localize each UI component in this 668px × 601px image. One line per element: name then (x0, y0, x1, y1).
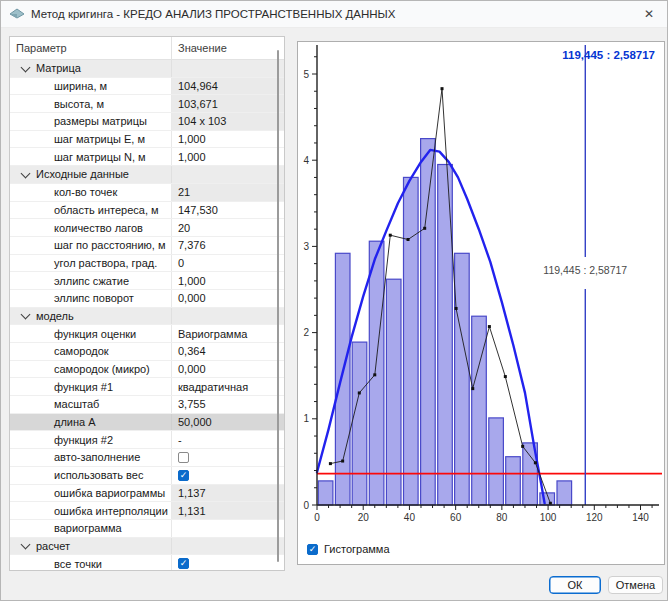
experimental-variogram-point (488, 325, 491, 328)
param-value[interactable]: 104,964 (171, 78, 284, 95)
checkbox-checked-icon[interactable]: ✓ (178, 558, 189, 569)
table-row[interactable]: все точки✓ (10, 555, 284, 571)
param-value (171, 166, 284, 183)
histogram-bar (335, 253, 350, 505)
chevron-down-icon[interactable] (21, 169, 31, 179)
param-label: ширина, м (10, 78, 171, 95)
param-label: высота, м (10, 95, 171, 112)
table-row[interactable]: шаг матрицы N, м1,000 (10, 148, 284, 166)
x-tick-label: 80 (496, 512, 508, 523)
close-icon[interactable]: ✕ (631, 1, 667, 26)
param-value[interactable]: 0,000 (171, 290, 284, 307)
param-value[interactable]: 20 (171, 219, 284, 236)
param-value[interactable]: квадратичная (171, 378, 284, 395)
table-row[interactable]: расчет (10, 538, 284, 556)
table-row[interactable]: кол-во точек21 (10, 184, 284, 202)
checkbox-unchecked-icon[interactable] (178, 452, 189, 463)
table-row[interactable]: масштаб3,755 (10, 396, 284, 414)
chevron-down-icon[interactable] (21, 310, 31, 320)
y-tick-label: 4 (303, 155, 309, 166)
x-tick-label: 100 (540, 512, 557, 523)
param-value[interactable]: 7,376 (171, 237, 284, 254)
table-row[interactable]: авто-заполнение (10, 449, 284, 467)
param-value[interactable]: ✓ (171, 555, 284, 571)
chevron-down-icon[interactable] (21, 62, 31, 72)
variogram-chart[interactable]: 119,445 : 2,58717119,445 : 2,58717012345… (298, 42, 664, 537)
histogram-bar (386, 279, 401, 505)
table-row[interactable]: функция #2- (10, 431, 284, 449)
param-label: модель (10, 308, 171, 325)
param-label: функция #2 (10, 431, 171, 448)
table-row[interactable]: самородок0,364 (10, 343, 284, 361)
table-row[interactable]: область интереса, м147,530 (10, 202, 284, 220)
x-tick-label: 20 (358, 512, 370, 523)
table-row[interactable]: самородок (микро)0,000 (10, 361, 284, 379)
param-value[interactable]: 1,000 (171, 148, 284, 165)
experimental-variogram-point (441, 87, 444, 90)
table-row[interactable]: длина A50,000 (10, 414, 284, 432)
param-label: Матрица (10, 60, 171, 77)
table-row[interactable]: ошибка вариограммы1,137 (10, 485, 284, 503)
table-row[interactable]: эллипс сжатие1,000 (10, 272, 284, 290)
y-tick-label: 5 (303, 69, 309, 80)
table-row[interactable]: шаг матрицы E, м1,000 (10, 131, 284, 149)
param-value[interactable]: 103,671 (171, 95, 284, 112)
y-tick-label: 3 (303, 241, 309, 252)
chevron-down-icon[interactable] (21, 540, 31, 550)
param-value[interactable]: 0 (171, 255, 284, 272)
table-row[interactable]: ошибка интерполяции1,131 (10, 502, 284, 520)
checkbox-checked-icon[interactable]: ✓ (178, 470, 189, 481)
experimental-variogram-point (521, 445, 524, 448)
param-label: функция #1 (10, 378, 171, 395)
histogram-bar (455, 253, 470, 505)
cancel-button[interactable]: Отмена (608, 576, 663, 594)
param-label: самородок (микро) (10, 361, 171, 378)
param-value[interactable]: 1,000 (171, 131, 284, 148)
table-row[interactable]: использовать вес✓ (10, 467, 284, 485)
param-value[interactable]: 1,137 (171, 485, 284, 502)
param-label: масштаб (10, 396, 171, 413)
histogram-checkbox[interactable]: ✓ (307, 544, 318, 555)
param-value[interactable]: 1,000 (171, 272, 284, 289)
table-row[interactable]: функция #1квадратичная (10, 378, 284, 396)
table-row[interactable]: эллипс поворот0,000 (10, 290, 284, 308)
table-row[interactable]: вариограмма (10, 520, 284, 538)
table-row[interactable]: угол раствора, град.0 (10, 255, 284, 273)
table-row[interactable]: Исходные данные (10, 166, 284, 184)
param-label: расчет (10, 538, 171, 555)
histogram-bar (318, 481, 333, 505)
x-tick-label: 0 (314, 512, 320, 523)
table-scrollbar[interactable] (277, 50, 279, 562)
table-row[interactable]: количество лагов20 (10, 219, 284, 237)
param-label: длина A (10, 414, 171, 431)
x-tick-label: 40 (404, 512, 416, 523)
param-value[interactable] (171, 449, 284, 466)
param-value[interactable]: 21 (171, 184, 284, 201)
param-value[interactable]: 104 x 103 (171, 113, 284, 130)
param-value[interactable]: 0,000 (171, 361, 284, 378)
param-value[interactable]: 147,530 (171, 202, 284, 219)
param-value[interactable]: ✓ (171, 467, 284, 484)
param-value[interactable]: 0,364 (171, 343, 284, 360)
param-value (171, 60, 284, 77)
table-header: Параметр Значение (10, 37, 284, 60)
param-value[interactable]: 3,755 (171, 396, 284, 413)
table-row[interactable]: Матрица (10, 60, 284, 78)
table-row[interactable]: ширина, м104,964 (10, 78, 284, 96)
table-row[interactable]: высота, м103,671 (10, 95, 284, 113)
param-value[interactable] (171, 520, 284, 537)
param-value (171, 308, 284, 325)
param-value[interactable]: Вариограмма (171, 325, 284, 342)
param-value[interactable]: 1,131 (171, 502, 284, 519)
table-row[interactable]: шаг по расстоянию, м7,376 (10, 237, 284, 255)
table-row[interactable]: модель (10, 308, 284, 326)
table-row[interactable]: функция оценкиВариограмма (10, 325, 284, 343)
table-row[interactable]: размеры матрицы104 x 103 (10, 113, 284, 131)
param-value[interactable]: 50,000 (171, 414, 284, 431)
ok-button[interactable]: ОК (549, 576, 601, 594)
y-tick-label: 0 (303, 500, 309, 511)
param-value[interactable]: - (171, 431, 284, 448)
y-tick-label: 1 (303, 413, 309, 424)
x-tick-label: 60 (450, 512, 462, 523)
param-label: эллипс сжатие (10, 272, 171, 289)
